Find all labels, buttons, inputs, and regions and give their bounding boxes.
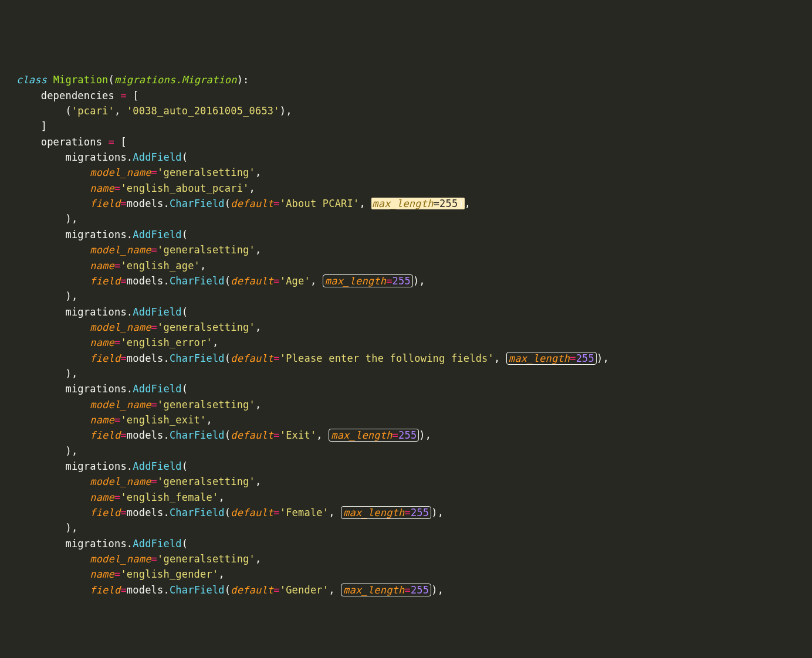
migrations-mod: migrations (65, 229, 126, 240)
migrations-mod: migrations (65, 151, 126, 163)
model-name-value: 'generalsetting' (157, 321, 255, 333)
kwarg-default: default (231, 198, 273, 209)
dependency-name: '0038_auto_20161005_0653' (127, 105, 280, 117)
code-line: operations = [ (16, 134, 812, 150)
keyword-class: class (16, 74, 47, 86)
addfield-call: AddField (133, 460, 181, 472)
code-line: name='english_error', (16, 335, 812, 350)
default-value: 'Please enter the following fields' (280, 352, 494, 364)
models-mod: models (127, 507, 164, 518)
model-name-value: 'generalsetting' (157, 244, 255, 256)
code-line: field=models.CharField(default='Please e… (16, 351, 812, 366)
model-name-value: 'generalsetting' (157, 167, 255, 178)
kwarg-default: default (231, 507, 273, 518)
code-line: model_name='generalsetting', (16, 397, 812, 412)
default-value: 'About PCARI' (280, 198, 360, 209)
code-line: name='english_age', (16, 258, 812, 273)
charfield-call: CharField (170, 584, 225, 596)
kwarg-field: field (90, 275, 120, 287)
kwarg-max-length: max_length (325, 275, 386, 287)
field-name-value: 'english_age' (120, 260, 200, 272)
max-length-highlight: max_length=255 (506, 352, 597, 365)
field-name-value: 'english_error' (120, 337, 212, 348)
code-line: field=models.CharField(default='Gender',… (16, 582, 812, 598)
model-name-value: 'generalsetting' (157, 399, 255, 411)
charfield-call: CharField (170, 507, 225, 518)
kwarg-name: name (90, 568, 114, 580)
code-line: model_name='generalsetting', (16, 320, 812, 335)
kwarg-max-length: max_length (343, 507, 404, 518)
max-length-value: 255 (411, 507, 429, 518)
kwarg-model-name: model_name (90, 553, 151, 565)
migrations-mod: migrations (65, 460, 126, 472)
field-name-value: 'english_about_pcari' (120, 182, 249, 194)
max-length-value: 255 (439, 198, 458, 209)
migrations-mod: migrations (65, 383, 126, 395)
kwarg-field: field (90, 198, 120, 209)
field-name-value: 'english_exit' (120, 414, 206, 426)
max-length-highlight: max_length=255 (329, 429, 419, 442)
default-value: 'Age' (280, 275, 310, 287)
kwarg-name: name (90, 260, 114, 272)
models-mod: models (127, 198, 164, 209)
migrations-mod: migrations (65, 538, 126, 550)
kwarg-field: field (90, 429, 120, 441)
code-line: name='english_female', (16, 490, 812, 505)
kwarg-max-length: max_length (509, 352, 570, 364)
attr-dependencies: dependencies (41, 90, 114, 101)
kwarg-name: name (90, 414, 114, 426)
class-name: Migration (53, 74, 109, 86)
field-name-value: 'english_female' (120, 491, 218, 503)
code-editor[interactable]: class Migration(migrations.Migration): d… (16, 72, 812, 598)
code-line: ), (16, 366, 812, 381)
max-length-highlight: max_length=255 (341, 506, 431, 519)
code-line: ), (16, 289, 812, 304)
max-length-value: 255 (398, 429, 417, 441)
kwarg-default: default (231, 352, 273, 364)
code-line: field=models.CharField(default='Age', ma… (16, 273, 812, 289)
addfield-call: AddField (133, 229, 181, 240)
model-name-value: 'generalsetting' (157, 553, 255, 565)
kwarg-max-length: max_length (331, 429, 392, 441)
kwarg-model-name: model_name (90, 244, 151, 256)
kwarg-default: default (231, 275, 273, 287)
kwarg-default: default (231, 584, 273, 596)
kwarg-max-length: max_length (343, 584, 404, 596)
max-length-value: 255 (393, 275, 411, 287)
kwarg-model-name: model_name (90, 321, 151, 333)
migrations-mod: migrations (65, 306, 126, 318)
kwarg-field: field (90, 584, 120, 596)
code-line: ), (16, 443, 812, 459)
addfield-call: AddField (133, 383, 181, 395)
default-value: 'Female' (280, 507, 329, 518)
code-line: name='english_about_pcari', (16, 181, 812, 196)
code-line: name='english_gender', (16, 567, 812, 582)
code-line: model_name='generalsetting', (16, 165, 812, 180)
max-length-value: 255 (576, 352, 594, 364)
models-mod: models (127, 584, 164, 596)
code-line: class Migration(migrations.Migration): (16, 72, 812, 87)
code-line: field=models.CharField(default='Female',… (16, 505, 812, 520)
addfield-call: AddField (133, 538, 181, 550)
models-mod: models (127, 429, 164, 441)
code-line: dependencies = [ (16, 88, 812, 103)
models-mod: models (127, 352, 164, 364)
default-value: 'Gender' (280, 584, 329, 596)
base-class: migrations.Migration (114, 74, 237, 86)
code-line: model_name='generalsetting', (16, 242, 812, 257)
model-name-value: 'generalsetting' (157, 476, 255, 487)
attr-operations: operations (41, 136, 102, 148)
max-length-highlight: max_length=255 (341, 584, 431, 596)
charfield-call: CharField (170, 275, 225, 287)
code-line: field=models.CharField(default='About PC… (16, 196, 812, 211)
code-line: migrations.AddField( (16, 381, 812, 396)
kwarg-name: name (90, 182, 114, 194)
charfield-call: CharField (170, 429, 225, 441)
code-line: ] (16, 118, 812, 134)
code-line: model_name='generalsetting', (16, 474, 812, 489)
code-line: migrations.AddField( (16, 536, 812, 551)
kwarg-field: field (90, 507, 120, 518)
addfield-call: AddField (133, 151, 181, 163)
code-line: ), (16, 211, 812, 226)
code-line: migrations.AddField( (16, 304, 812, 320)
